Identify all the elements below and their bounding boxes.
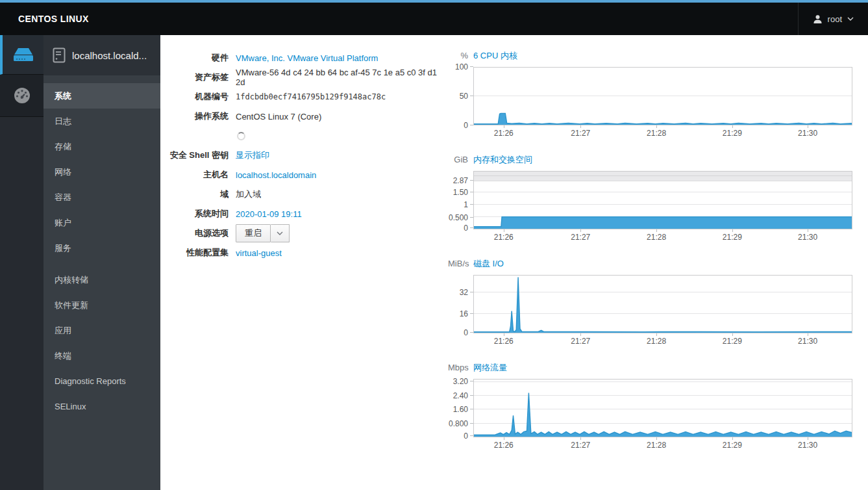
restart-button[interactable]: 重启 [236,224,271,242]
disk-y-axis: 32160 [448,275,473,333]
operating-system-value: CentOS Linux 7 (Core) [236,112,321,122]
x-tick-label: 21:28 [647,441,666,450]
y-tick-label: 2.87 [453,177,468,185]
x-tick-label: 21:28 [647,337,666,346]
sidebar-menu: 系统日志存储网络容器账户服务内核转储软件更新应用终端Diagnostic Rep… [43,75,160,419]
active-host-button[interactable] [0,35,43,75]
disk-chart-title-link[interactable]: 磁盘 I/O [473,258,504,270]
sidebar-item-containers[interactable]: 容器 [43,185,160,210]
y-tick-label: 0.500 [449,214,468,222]
cpu-chart-title-link[interactable]: 6 CPU 内核 [473,50,517,62]
sidebar-item-storage[interactable]: 存储 [43,134,160,159]
y-tick-label: 1 [464,201,468,209]
machine-icon [53,47,66,63]
x-tick-mark [732,125,733,128]
hostname-value: localhost.localdomain [236,170,316,180]
network-chart-title-link[interactable]: 网络流量 [473,362,507,374]
x-tick-mark [504,333,504,336]
y-tick-label: 32 [460,289,468,296]
info-row-performance-profile: 性能配置集virtual-guest [160,243,448,263]
x-tick-mark [504,229,504,232]
server-icon [12,46,34,63]
host-header[interactable]: localhost.locald... [43,35,160,75]
sidebar-item-kdump[interactable]: 内核转储 [43,267,160,292]
x-tick-label: 21:29 [723,441,742,450]
sidebar-item-diagnostic-reports[interactable]: Diagnostic Reports [43,368,160,394]
memory-series [474,172,852,229]
power-options-value: 重启 [236,224,290,242]
network-series [474,380,852,437]
user-icon [813,14,823,24]
asset-tag-label: 资产标签 [160,71,229,83]
y-tick-label: 2.40 [453,392,468,400]
sidebar-item-logs[interactable]: 日志 [43,109,160,134]
performance-profile-link[interactable]: virtual-guest [236,248,282,258]
cpu-plot-area[interactable] [473,67,852,125]
charts-pane: % 6 CPU 内核 100500 21:2621:2721:2821:2921… [448,35,868,490]
cpu-chart-unit: % [448,51,473,60]
y-tick-label: 0 [464,432,468,440]
y-tick-label: 3.20 [453,378,468,385]
x-tick-mark [808,333,808,336]
asset-tag-value: VMware-56 4d c4 24 bb 64 bc af-45 7c 1e … [236,68,448,87]
sidebar-item-terminal[interactable]: 终端 [43,343,160,368]
x-tick-mark [808,229,808,232]
network-plot-area[interactable] [473,379,852,437]
sidebar-item-software-updates[interactable]: 软件更新 [43,292,160,318]
loading-value [236,132,245,140]
memory-chart-title-link[interactable]: 内存和交换空间 [473,154,532,166]
x-tick-label: 21:30 [798,337,817,346]
disk-chart-unit: MiB/s [448,259,473,268]
ssh-keys-link[interactable]: 显示指印 [236,149,269,161]
domain-action[interactable]: 加入域 [236,188,261,200]
x-tick-label: 21:28 [647,129,666,138]
info-row-ssh-keys: 安全 Shell 密钥显示指印 [160,146,448,165]
network-chart-unit: Mbps [448,363,473,372]
operating-system-label: 操作系统 [160,110,229,122]
x-tick-mark [732,333,733,336]
y-tick-label: 50 [460,92,468,100]
memory-y-axis: 2.871.5010.5000 [448,171,473,229]
dashboard-button[interactable] [0,75,43,117]
chevron-down-icon [847,17,854,21]
power-options-caret-button[interactable] [271,224,290,242]
x-tick-label: 21:27 [571,233,590,242]
main-content: 硬件VMware, Inc. VMware Virtual Platform资产… [160,35,868,490]
power-options-label: 电源选项 [160,227,229,239]
y-tick-label: 0 [464,122,468,129]
x-tick-label: 21:29 [723,233,742,242]
network-y-axis: 3.202.401.600.8000 [448,379,473,437]
sidebar-item-services[interactable]: 服务 [43,235,160,261]
memory-plot-area[interactable] [473,171,852,229]
sidebar-item-networking[interactable]: 网络 [43,159,160,185]
y-tick-label: 1.50 [453,188,468,196]
memory-chart-unit: GiB [448,155,473,164]
x-tick-mark [504,125,504,128]
disk-io-series [474,276,852,333]
hardware-link[interactable]: VMware, Inc. VMware Virtual Platform [236,53,378,63]
info-row-asset-tag: 资产标签VMware-56 4d c4 24 bb 64 bc af-45 7c… [160,68,448,87]
machine-id-text: 1fdcbdb0ecf7416795b129f9148ac78c [236,92,386,101]
x-tick-label: 21:26 [494,441,514,450]
machine-id-label: 机器编号 [160,91,229,103]
user-menu[interactable]: root [798,3,868,35]
network-traffic-chart: Mbps 网络流量 3.202.401.600.8000 21:2621:272… [448,360,852,450]
x-tick-mark [656,229,657,232]
sidebar-item-accounts[interactable]: 账户 [43,210,160,235]
x-tick-label: 21:27 [571,337,590,346]
sidebar-item-system[interactable]: 系统 [43,83,160,109]
hostname-link[interactable]: localhost.localdomain [236,170,316,180]
info-row-loading [160,126,448,146]
user-name: root [828,14,842,24]
system-time-link[interactable]: 2020-01-09 19:11 [236,209,302,219]
x-tick-mark [656,437,657,440]
x-tick-mark [580,437,581,440]
disk-plot-area[interactable] [473,275,852,333]
performance-profile-value: virtual-guest [236,248,282,258]
sidebar-item-selinux[interactable]: SELinux [43,394,160,419]
y-tick-label: 0 [464,329,468,337]
ssh-keys-label: 安全 Shell 密钥 [160,149,229,161]
sidebar-item-applications[interactable]: 应用 [43,318,160,343]
brand-title: CENTOS LINUX [18,14,89,24]
x-tick-label: 21:27 [571,441,590,450]
